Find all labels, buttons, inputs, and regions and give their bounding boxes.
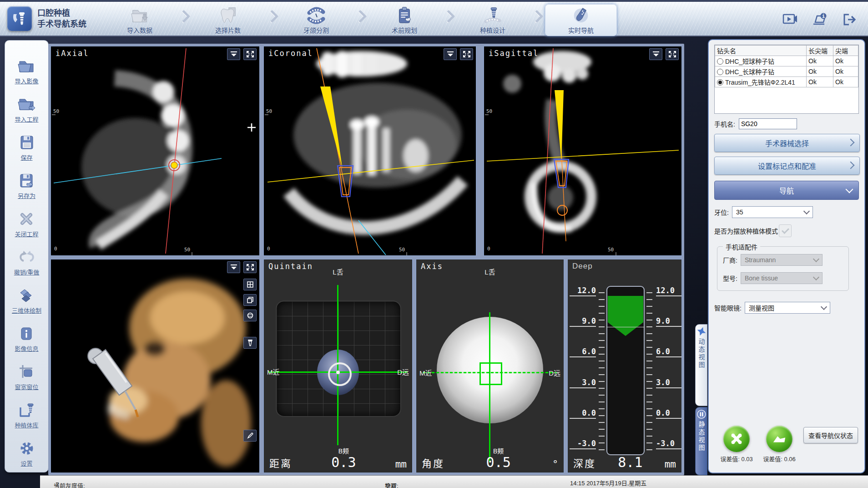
copy-view-icon[interactable] xyxy=(243,294,257,306)
drill-radio[interactable] xyxy=(717,58,723,65)
axis-readout: 角度 B颊0.5 ° xyxy=(422,448,558,470)
sidebar-item-save[interactable]: 保存 xyxy=(19,123,35,162)
window-level-icon xyxy=(18,362,35,381)
drill-row[interactable]: DHC_长球种子钻 Ok Ok xyxy=(715,66,858,77)
navigation-section-header[interactable]: 导航 xyxy=(714,181,859,200)
tab-static-view[interactable]: 静态视图 xyxy=(695,407,707,475)
sidebar-item-label: 三维体绘制 xyxy=(12,306,41,315)
layout-dropdown-icon[interactable] xyxy=(444,48,457,60)
depth-reference-line xyxy=(606,327,645,327)
ruler-bottom-label: 50 xyxy=(184,247,190,253)
step-slice-count[interactable]: 选择片数 xyxy=(192,4,264,36)
sidebar-item-image-info[interactable]: 影像信息 xyxy=(15,315,38,353)
undo-redo-icon xyxy=(16,248,37,267)
fullscreen-icon[interactable] xyxy=(666,48,679,60)
implant-design-icon xyxy=(482,4,503,25)
sidebar-item-window-level[interactable]: 窗宽窗位 xyxy=(15,353,38,391)
error-value: 0.06 xyxy=(784,456,795,463)
tooth-position-select[interactable]: 35 xyxy=(732,206,813,218)
smart-glasses-label: 智能眼镜: xyxy=(714,303,742,312)
viewport-title: Axis xyxy=(421,262,443,271)
session-info-icon[interactable]: i xyxy=(812,11,829,28)
tick-label: 12.0 xyxy=(570,286,596,296)
navigator-status-button[interactable]: 查看导航仪状态 xyxy=(803,427,858,443)
coronal-ct-image: 50 0 50 xyxy=(264,46,476,255)
sidebar-item-import-image[interactable]: 导入影像 xyxy=(15,47,38,85)
step-separator-icon xyxy=(529,12,545,28)
buccal-label: B颊 xyxy=(493,448,504,455)
viewport-coronal[interactable]: iCoronal xyxy=(263,46,477,256)
step-implant-design[interactable]: 种植设计 xyxy=(457,4,529,36)
tab-dynamic-view[interactable]: 动态视图 xyxy=(695,324,707,406)
realtime-navigation-icon xyxy=(570,4,591,25)
exit-icon[interactable] xyxy=(842,11,859,28)
sidebar-item-save-as[interactable]: 另存为 xyxy=(18,162,35,200)
sidebar-item-label: 导入影像 xyxy=(15,76,38,85)
instrument-select-button[interactable]: 手术器械选择 xyxy=(714,134,860,152)
drill-calibration-group: 误差值: 0.03 xyxy=(715,426,758,463)
viewport-title: iCoronal xyxy=(268,49,313,58)
viewport-controls xyxy=(227,261,257,273)
skull-volume xyxy=(108,279,251,467)
implant-marker-icon[interactable] xyxy=(243,337,257,349)
drill-radio[interactable] xyxy=(717,69,723,75)
drill-name: Trausim_先锋钻Φ2.2L41 xyxy=(725,79,795,86)
reference-calibration-button[interactable] xyxy=(766,426,792,452)
layout-dropdown-icon[interactable] xyxy=(649,48,662,60)
tick-label: 0.0 xyxy=(656,408,682,419)
step-jaw-segmentation[interactable]: 牙颌分割 xyxy=(280,4,352,36)
fullscreen-icon[interactable] xyxy=(243,48,257,60)
status-bar: 当前灰度值: -7 交互: 拾取 14:15 2017年5月19日,星期五 xyxy=(40,475,868,488)
step-preop-planning[interactable]: 术前规划 xyxy=(368,4,440,36)
app-logo-icon xyxy=(7,6,32,31)
drill-row[interactable]: DHC_短球种子钻 Ok Ok xyxy=(715,56,858,66)
sidebar-item-label: 关闭工程 xyxy=(15,229,38,238)
handpiece-name-input[interactable] xyxy=(739,118,797,129)
video-icon[interactable] xyxy=(782,11,799,28)
sidebar-item-settings[interactable]: 设置 xyxy=(19,429,35,468)
viewport-axial[interactable]: iAxial 5 xyxy=(50,46,260,256)
marker-registration-button[interactable]: 设置标记点和配准 xyxy=(714,157,860,175)
skull-3d-image xyxy=(51,259,259,473)
layout-grid-icon[interactable] xyxy=(243,279,257,290)
step-separator-icon xyxy=(176,12,192,28)
drill-calibration-button[interactable] xyxy=(723,426,750,452)
pen-icon[interactable] xyxy=(243,430,257,442)
sidebar-item-undo-redo[interactable]: 撤销/重做 xyxy=(14,238,40,276)
ruler-bottom-label: 50 xyxy=(399,247,405,253)
implant-mode-checkbox[interactable] xyxy=(779,224,792,237)
application-window: 口腔种植 手术导航系统 导入数据 选择片数 xyxy=(0,0,868,488)
sidebar-item-implant-library[interactable]: 种植体库 xyxy=(15,391,38,429)
viewport-quintain[interactable]: Quintain L舌 M近 D远 距离 B颊0.3 mm xyxy=(263,259,413,473)
sidebar-item-close-project[interactable]: 关闭工程 xyxy=(15,200,38,238)
layout-dropdown-icon[interactable] xyxy=(227,48,240,60)
sidebar-item-volume-render[interactable]: 三维体绘制 xyxy=(12,276,41,315)
step-import-data[interactable]: 导入数据 xyxy=(104,4,176,36)
drill-long-tip-status: Ok xyxy=(807,77,833,87)
sidebar-item-label: 窗宽窗位 xyxy=(15,382,38,391)
smart-glasses-row: 智能眼镜: 测量视图 xyxy=(714,302,859,314)
viewport-sagittal[interactable]: iSagittal xyxy=(483,46,682,256)
fullscreen-icon[interactable] xyxy=(460,48,473,60)
viewport-axis[interactable]: Axis L舌 M近 D远 角度 B颊0.5 ° xyxy=(415,259,565,473)
tick-label: -3.0 xyxy=(656,439,682,449)
close-project-icon xyxy=(18,209,35,229)
viewport-title: iSagittal xyxy=(489,49,539,58)
viewport-3d-render[interactable] xyxy=(50,259,260,473)
viewport-deep[interactable]: Deep 12.0 9.0 6.0 3.0 0.0 -3.0 12.0 9.0 … xyxy=(567,259,682,473)
fullscreen-icon[interactable] xyxy=(243,261,257,273)
smart-glasses-select[interactable]: 测量视图 xyxy=(745,302,830,314)
implant-library-icon xyxy=(18,401,35,420)
distal-label: D远 xyxy=(549,368,560,377)
step-realtime-navigation[interactable]: 实时导航 xyxy=(545,4,617,36)
drill-table-header: 钻头名 长尖端 尖端 xyxy=(715,46,858,56)
layout-dropdown-icon[interactable] xyxy=(227,261,240,273)
drill-row[interactable]: Trausim_先锋钻Φ2.2L41 Ok Ok xyxy=(715,77,858,87)
drill-radio[interactable] xyxy=(717,79,723,86)
sidebar-item-import-project[interactable]: 导入工程 xyxy=(15,85,38,123)
chevron-right-icon xyxy=(847,139,855,147)
sphere-view-icon[interactable] xyxy=(243,310,257,321)
gray-value: -7 xyxy=(54,481,59,488)
plus-marker-icon[interactable] xyxy=(247,123,256,132)
ruler-origin-label: 0 xyxy=(487,246,490,252)
